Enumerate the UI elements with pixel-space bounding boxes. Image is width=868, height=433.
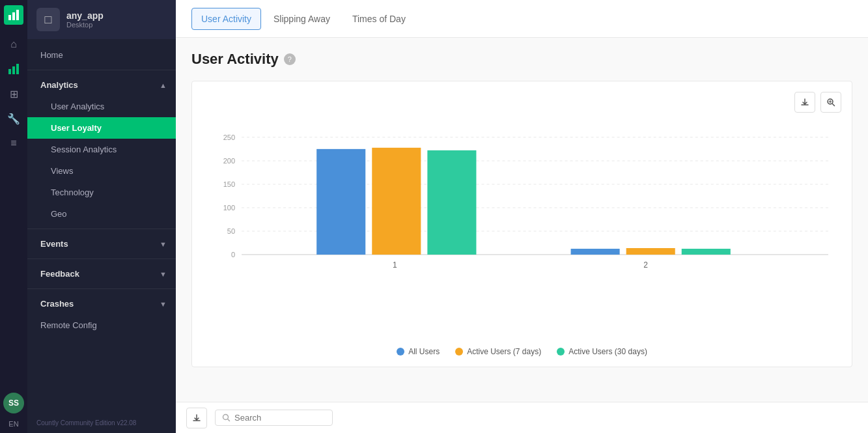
sidebar-item-user-analytics[interactable]: User Analytics bbox=[27, 96, 176, 117]
svg-rect-1 bbox=[12, 12, 15, 20]
svg-rect-2 bbox=[16, 10, 19, 20]
legend-dot-all-users bbox=[397, 348, 404, 356]
sidebar-nav: Home Analytics ▲ User Analytics User Loy… bbox=[27, 39, 176, 341]
sidebar-item-feedback[interactable]: Feedback ▼ bbox=[27, 263, 176, 285]
legend-label-all-users: All Users bbox=[408, 347, 440, 356]
download-chart-button[interactable] bbox=[794, 92, 815, 113]
search-input[interactable] bbox=[234, 413, 326, 423]
events-chevron-icon: ▼ bbox=[160, 240, 167, 248]
main-content: User Activity Slipping Away Times of Day… bbox=[176, 0, 868, 433]
legend-all-users: All Users bbox=[397, 347, 440, 356]
chart-card: 250 200 150 100 50 0 bbox=[191, 81, 852, 367]
svg-text:200: 200 bbox=[223, 157, 235, 165]
icon-rail: ⌂ ⊞ 🔧 ≡ SS EN bbox=[0, 0, 27, 433]
svg-rect-3 bbox=[8, 69, 11, 74]
sidebar-item-user-loyalty[interactable]: User Loyalty bbox=[27, 117, 176, 139]
bar-g1-active7 bbox=[372, 148, 421, 255]
legend-dot-active7 bbox=[455, 348, 463, 356]
lang-label[interactable]: EN bbox=[8, 420, 18, 428]
feedback-chevron-icon: ▼ bbox=[160, 270, 167, 278]
analytics-chevron-icon: ▲ bbox=[160, 81, 167, 89]
app-name: any_app bbox=[66, 10, 104, 21]
sidebar-item-remote-config[interactable]: Remote Config bbox=[27, 314, 176, 336]
sidebar: □ any_app Desktop Home Analytics ▲ User … bbox=[27, 0, 176, 433]
crashes-chevron-icon: ▼ bbox=[160, 300, 167, 308]
tab-times-of-day[interactable]: Times of Day bbox=[343, 8, 415, 30]
bar-g2-active30 bbox=[682, 249, 731, 255]
svg-text:100: 100 bbox=[223, 204, 235, 212]
zoom-chart-button[interactable] bbox=[820, 92, 841, 113]
search-icon bbox=[222, 413, 231, 422]
tools-nav-icon[interactable]: 🔧 bbox=[3, 108, 24, 129]
sidebar-item-technology[interactable]: Technology bbox=[27, 182, 176, 203]
search-box[interactable] bbox=[215, 410, 333, 426]
sidebar-item-views[interactable]: Views bbox=[27, 160, 176, 182]
analytics-nav-icon[interactable] bbox=[3, 59, 24, 79]
tab-slipping-away[interactable]: Slipping Away bbox=[264, 8, 340, 30]
svg-rect-5 bbox=[16, 64, 19, 74]
tab-user-activity[interactable]: User Activity bbox=[191, 8, 261, 30]
bar-g1-all-users bbox=[316, 149, 365, 255]
sidebar-divider-2 bbox=[27, 229, 176, 229]
page-title-row: User Activity ? bbox=[191, 51, 852, 68]
chart-area: 250 200 150 100 50 0 bbox=[203, 118, 841, 339]
dashboard-nav-icon[interactable]: ⊞ bbox=[3, 83, 24, 104]
svg-text:1: 1 bbox=[393, 260, 397, 270]
svg-rect-0 bbox=[8, 15, 11, 20]
home-nav-icon[interactable]: ⌂ bbox=[3, 34, 24, 55]
user-avatar-icon[interactable]: SS bbox=[3, 393, 24, 413]
legend-active-7: Active Users (7 days) bbox=[455, 347, 541, 356]
legend-label-active30: Active Users (30 days) bbox=[568, 347, 647, 356]
sidebar-item-analytics[interactable]: Analytics ▲ bbox=[27, 74, 176, 96]
sidebar-divider-4 bbox=[27, 288, 176, 289]
download-button[interactable] bbox=[186, 408, 207, 428]
bottom-bar bbox=[176, 402, 868, 433]
app-platform: Desktop bbox=[66, 21, 104, 29]
sidebar-item-crashes[interactable]: Crashes ▼ bbox=[27, 293, 176, 314]
svg-text:50: 50 bbox=[227, 227, 235, 235]
sidebar-item-session-analytics[interactable]: Session Analytics bbox=[27, 139, 176, 160]
legend-label-active7: Active Users (7 days) bbox=[467, 347, 541, 356]
app-icon: □ bbox=[36, 8, 60, 31]
help-icon[interactable]: ? bbox=[284, 53, 296, 65]
page-title: User Activity bbox=[191, 51, 279, 68]
bar-g2-active7 bbox=[626, 248, 675, 255]
app-header[interactable]: □ any_app Desktop bbox=[27, 0, 176, 39]
legend-active-30: Active Users (30 days) bbox=[557, 347, 647, 356]
legend-dot-active30 bbox=[557, 348, 565, 356]
page-body: User Activity ? bbox=[176, 38, 868, 402]
logo-icon[interactable] bbox=[4, 5, 23, 25]
sidebar-footer: Countly Community Edition v22.08 bbox=[27, 413, 176, 433]
svg-rect-4 bbox=[12, 66, 15, 74]
bar-g2-all-users bbox=[571, 249, 620, 255]
svg-text:0: 0 bbox=[231, 251, 235, 258]
bar-g1-active30 bbox=[427, 150, 476, 255]
list-nav-icon[interactable]: ≡ bbox=[3, 133, 24, 154]
sidebar-item-events[interactable]: Events ▼ bbox=[27, 233, 176, 255]
sidebar-divider-3 bbox=[27, 258, 176, 259]
sidebar-item-geo[interactable]: Geo bbox=[27, 203, 176, 225]
svg-text:250: 250 bbox=[223, 133, 235, 141]
svg-text:2: 2 bbox=[643, 260, 648, 270]
sidebar-item-home[interactable]: Home bbox=[27, 44, 176, 66]
chart-toolbar bbox=[203, 92, 841, 113]
svg-text:150: 150 bbox=[223, 180, 235, 188]
sidebar-divider-1 bbox=[27, 70, 176, 70]
tabs-bar: User Activity Slipping Away Times of Day bbox=[176, 0, 868, 38]
chart-legend: All Users Active Users (7 days) Active U… bbox=[203, 347, 841, 356]
